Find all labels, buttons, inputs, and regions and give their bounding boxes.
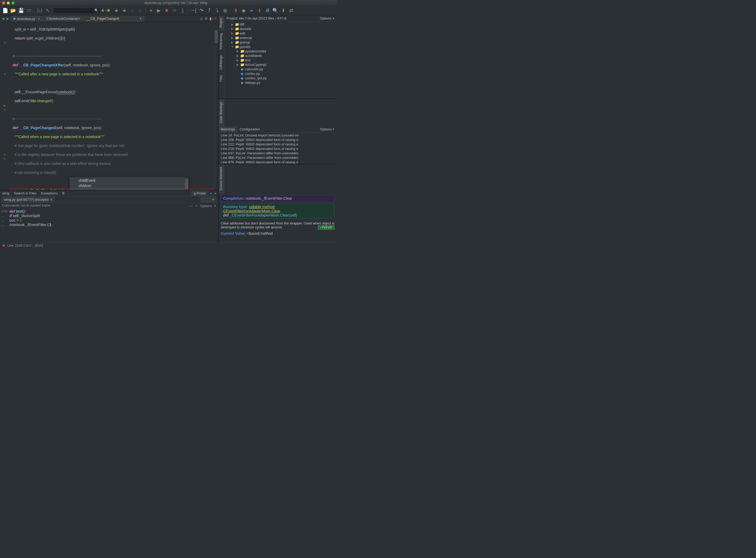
tree-folder[interactable]: ▶📁guimgr <box>225 40 337 45</box>
vtab-diff-merge[interactable]: Diff/Merge <box>219 52 224 72</box>
tree-folder[interactable]: ▶📁edit <box>225 31 337 35</box>
completion-box: Completion: notebook._fEventFilter.Clear <box>221 195 335 202</box>
editor-gutter[interactable]: ▽ ▽ ▶ ▽ ▽ ▽ <box>0 22 9 190</box>
debug-pause-button[interactable]: ‖ <box>179 7 186 14</box>
vtab-source-assistant[interactable]: Source Assistant <box>219 164 224 194</box>
tab-scroll-right-button[interactable]: ▸ <box>213 191 218 195</box>
minimize-window-button[interactable] <box>7 2 10 4</box>
diff-button[interactable]: ◆ <box>240 7 247 14</box>
history-forward-button[interactable]: ▶ <box>6 17 10 21</box>
class-scope-dropdown[interactable]: CNotebookContainer ▾ <box>44 16 83 22</box>
warning-item[interactable]: Line 218: Pep8: W602 deprecated form of … <box>219 147 337 151</box>
tab-scroll-left-button[interactable]: ◂ <box>208 191 213 195</box>
tree-file[interactable]: ◆combo_qt4.py <box>225 76 337 80</box>
code-editor[interactable]: split_w = self._fGtkSplitWidgets[split] … <box>9 22 214 190</box>
debug-frame-dropdown[interactable]: ▾ <box>201 197 216 202</box>
tree-folder[interactable]: ▶📁test <box>225 58 337 62</box>
bottom-tab-exceptions[interactable]: Exceptions <box>39 191 60 196</box>
tree-folder-expanded[interactable]: ▼📁guiutils <box>225 45 337 49</box>
monitor-button[interactable]: 🖥 <box>264 7 271 14</box>
step-return-button[interactable]: ⤵ <box>213 7 221 14</box>
tree-file[interactable]: ◆dialogs.py <box>225 80 337 85</box>
tree-folder[interactable]: ▶📁diff <box>225 22 337 27</box>
toolbar-search-input[interactable]: 🔍 <box>53 7 100 14</box>
autocomplete-popup[interactable]: childEvent children Clear connectNotify … <box>70 178 188 190</box>
close-window-button[interactable] <box>2 2 5 4</box>
autocomplete-item[interactable]: childEvent <box>70 178 188 183</box>
warning-item[interactable]: Line 206: Pep8: W602 deprecated form of … <box>219 137 337 142</box>
sync-button[interactable]: ⬌ <box>248 7 255 14</box>
tree-file[interactable]: ◆combo.py <box>225 71 337 76</box>
download-button[interactable]: ⬇ <box>256 7 263 14</box>
tree-folder[interactable]: ▶📁pysidescintilla <box>225 49 337 53</box>
tree-folder[interactable]: ▶📁WGuiCppImpl <box>225 62 337 67</box>
vtab-files[interactable]: Files <box>219 72 224 84</box>
bookmark-add-button[interactable]: ★ <box>113 7 120 14</box>
warning-item[interactable]: Line 866: PyLint: Parameters differ from… <box>219 155 337 160</box>
editor-scrollbar[interactable] <box>214 22 218 190</box>
warning-item[interactable]: Line 212: Pep8: W602 deprecated form of … <box>219 142 337 147</box>
debug-stop-button[interactable]: ■ <box>163 7 171 14</box>
bookmark-clear-button[interactable]: ☆ <box>136 7 144 14</box>
step-over-button[interactable]: ↷ <box>198 7 205 14</box>
close-tab-button[interactable]: ✕ <box>214 17 217 21</box>
tree-folder[interactable]: ▶📁docutils <box>225 27 337 31</box>
warning-icon[interactable]: ⚠ <box>200 17 203 21</box>
debug-process-dropdown[interactable]: wing.py (pid 85777) (exceptio ▾ <box>2 197 54 202</box>
maximize-window-button[interactable] <box>11 2 15 4</box>
warnings-list[interactable]: Line 14: PyLint: Unused import itertools… <box>219 132 337 164</box>
bug-icon[interactable]: ✱ <box>2 244 5 248</box>
pull-button[interactable]: ⬇ <box>280 7 287 14</box>
debug-minus-button[interactable]: — <box>189 204 192 208</box>
refresh-button[interactable]: ⇄ <box>287 7 295 14</box>
stack-up-button[interactable]: ▣ <box>221 7 229 14</box>
debug-restart-button[interactable]: ⟳ <box>171 7 178 14</box>
save-button[interactable]: 💾 <box>17 7 25 14</box>
bottom-tab-search[interactable]: Search in Files <box>11 191 39 196</box>
autocomplete-item-selected[interactable]: Clear <box>70 188 188 190</box>
options-icon[interactable]: ⚙ <box>205 17 208 21</box>
step-into-button[interactable]: →| <box>190 7 197 14</box>
autocomplete-scrollbar[interactable] <box>185 178 188 190</box>
bookmark-next-button[interactable]: ★ <box>121 7 128 14</box>
function-scope-dropdown[interactable]: __CB_PageChanged ▾ <box>84 16 145 22</box>
vtab-refactoring[interactable]: Refactoring <box>219 30 224 52</box>
debug-options-button[interactable]: Options <box>200 204 212 208</box>
tree-folder[interactable]: ▶📁external <box>225 35 337 40</box>
autocomplete-item[interactable]: children <box>70 183 188 188</box>
completion-value: notebook._fEventFilter.Clear <box>246 196 292 201</box>
warnings-tab[interactable]: Warnings <box>219 126 237 132</box>
find-replace-button[interactable]: A↔B <box>102 7 109 14</box>
warnings-options-button[interactable]: Options ▾ <box>318 126 337 132</box>
tree-file[interactable]: ◆colorutils.py <box>225 67 337 71</box>
file-tab-dockview[interactable]: dockview.py ▾ <box>10 16 43 22</box>
open-file-button[interactable]: 📂 <box>9 7 17 14</box>
project-tree[interactable]: ▶📁diff ▶📁docutils ▶📁edit ▶📁external ▶📁gu… <box>225 22 337 99</box>
bottom-tab-debug-probe[interactable]: g Probe <box>191 191 208 196</box>
debug-run-button[interactable]: ▶ <box>155 7 162 14</box>
history-back-button[interactable]: ◀ <box>1 17 5 21</box>
tree-folder[interactable]: ▶📁scintillaedit <box>225 53 337 58</box>
goto-def-button[interactable]: |↓| <box>36 7 44 14</box>
warning-item[interactable]: Line 876: Pep8: W602 deprecated form of … <box>219 160 337 164</box>
bookmark-prev-button[interactable]: ☆ <box>129 7 136 14</box>
vtab-code-warnings[interactable]: Code Warnings <box>219 99 224 126</box>
split-icon[interactable]: ◧ <box>209 17 213 21</box>
debug-plus-button[interactable]: ＋ <box>195 203 198 208</box>
save-all-button[interactable]: 🗃 <box>25 7 33 14</box>
bottom-tab-testing[interactable]: sting <box>0 191 11 196</box>
breakpoint-button[interactable]: ● <box>147 7 155 14</box>
project-options-button[interactable]: Options <box>320 16 332 20</box>
step-out-button[interactable]: ⤴ <box>206 7 213 14</box>
vtab-project[interactable]: Project <box>219 15 224 30</box>
new-file-button[interactable]: 📄 <box>2 7 9 14</box>
configuration-tab[interactable]: Configuration <box>237 126 262 132</box>
upload-button[interactable]: ⬆ <box>232 7 239 14</box>
warning-item[interactable]: Line 14: PyLint: Unused import itertools… <box>219 133 337 137</box>
class-scope-label: CNotebookContainer <box>46 17 78 21</box>
warning-item[interactable]: Line 637: PyLint: Parameters differ from… <box>219 151 337 155</box>
debug-probe-editor[interactable]: >>>def test(): ... if self._fActiveSplit… <box>0 209 218 243</box>
bottom-tab-b[interactable]: B <box>60 191 67 196</box>
goto-button[interactable]: ↖ <box>44 7 51 14</box>
search-symbol-button[interactable]: 🔍 <box>271 7 279 14</box>
